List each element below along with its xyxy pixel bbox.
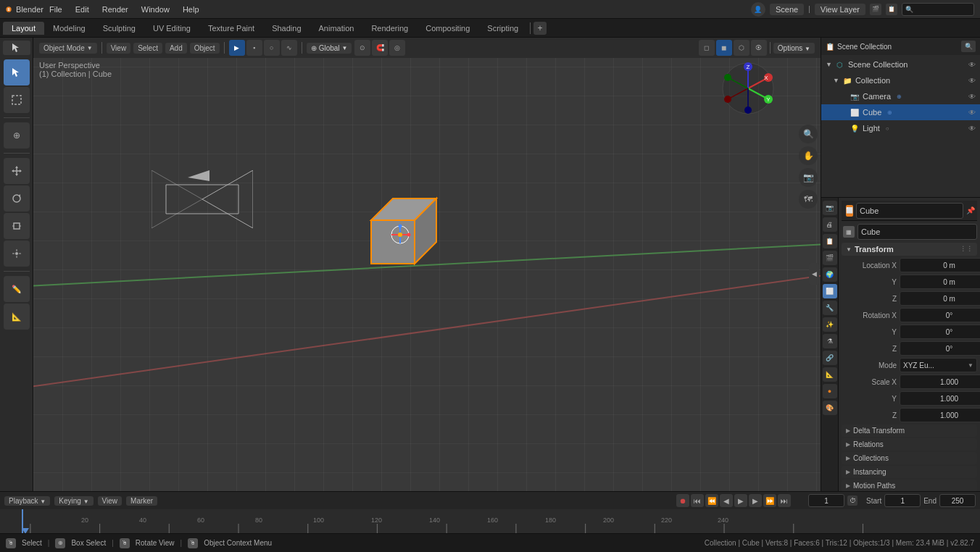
particles-props-btn[interactable]: ✨ bbox=[823, 317, 837, 332]
scale-z-input[interactable] bbox=[900, 408, 980, 422]
pan-btn[interactable]: ✋ bbox=[799, 146, 818, 165]
cube-object[interactable] bbox=[364, 184, 451, 271]
transform-tool-btn[interactable] bbox=[4, 241, 30, 267]
tab-texture-paint[interactable]: Texture Paint bbox=[199, 22, 263, 35]
user-icon[interactable]: 👤 bbox=[751, 2, 765, 17]
scale-tool-btn[interactable] bbox=[4, 213, 30, 239]
tab-layout[interactable]: Layout bbox=[3, 22, 44, 35]
location-x-input[interactable] bbox=[900, 258, 980, 272]
constraints-props-btn[interactable]: 🔗 bbox=[823, 351, 837, 365]
select-tool-btn[interactable] bbox=[4, 59, 30, 85]
right-panel-toggle[interactable]: ◀ bbox=[809, 263, 819, 285]
options-dropdown[interactable]: Options ▼ bbox=[773, 43, 815, 54]
extra-props-btn[interactable]: 🎨 bbox=[823, 401, 837, 415]
motion-paths-section[interactable]: ▶ Motion Paths bbox=[842, 480, 977, 492]
view-menu[interactable]: View bbox=[107, 43, 131, 54]
world-props-btn[interactable]: 🌍 bbox=[823, 267, 837, 282]
render-icon[interactable]: 🎬 bbox=[870, 4, 881, 15]
coll-eye[interactable]: 👁 bbox=[968, 77, 976, 85]
circle-icon-btn[interactable]: ○ bbox=[264, 40, 280, 56]
rendered-btn[interactable]: ⦿ bbox=[751, 40, 767, 56]
tab-scripting[interactable]: Scripting bbox=[478, 22, 527, 35]
jump-start-btn[interactable]: ⏮ bbox=[691, 494, 704, 507]
physics-props-btn[interactable]: ⚗ bbox=[823, 334, 837, 348]
current-frame-input[interactable] bbox=[808, 494, 844, 507]
output-props-btn[interactable]: 🖨 bbox=[823, 217, 837, 232]
camera-row[interactable]: ▶ 📷 Camera ⊕ 👁 bbox=[821, 88, 980, 104]
lasso-icon-btn[interactable]: ∿ bbox=[281, 40, 297, 56]
tab-modeling[interactable]: Modeling bbox=[44, 22, 94, 35]
pivot-btn[interactable]: ⊙ bbox=[354, 40, 370, 56]
frame-clock-icon[interactable]: ⏱ bbox=[847, 495, 858, 506]
object-props-btn[interactable]: ⬜ bbox=[823, 284, 837, 298]
rotation-x-input[interactable] bbox=[900, 308, 980, 322]
collections-section[interactable]: ▶ Collections bbox=[842, 452, 977, 464]
tab-uv-editing[interactable]: UV Editing bbox=[144, 22, 199, 35]
tab-animation[interactable]: Animation bbox=[310, 22, 363, 35]
playhead[interactable] bbox=[22, 509, 23, 534]
measure-btn[interactable]: 📐 bbox=[4, 304, 30, 330]
menu-edit[interactable]: Edit bbox=[70, 4, 95, 15]
cube-row[interactable]: ▶ ⬜ Cube ⊕ 👁 bbox=[821, 104, 980, 120]
select-icon-btn[interactable]: ▶ bbox=[229, 40, 245, 56]
search-bar[interactable]: 🔍 bbox=[902, 3, 974, 16]
timeline-ruler[interactable]: 20 40 60 80 100 120 140 160 180 200 220 … bbox=[0, 509, 980, 534]
material-props-btn[interactable]: ● bbox=[823, 384, 837, 398]
play-btn[interactable]: ▶ bbox=[734, 494, 747, 507]
rotate-tool-btn[interactable] bbox=[4, 185, 30, 212]
tab-sculpting[interactable]: Sculpting bbox=[94, 22, 144, 35]
menu-window[interactable]: Window bbox=[136, 4, 175, 15]
menu-help[interactable]: Help bbox=[177, 4, 205, 15]
snap-btn[interactable]: 🧲 bbox=[372, 40, 388, 56]
light-eye[interactable]: 👁 bbox=[968, 125, 976, 133]
menu-render[interactable]: Render bbox=[96, 4, 134, 15]
material-btn[interactable]: ⬡ bbox=[734, 40, 749, 56]
rotation-mode-dropdown[interactable]: XYZ Eu... ▼ bbox=[900, 358, 977, 372]
axis-gizmo[interactable]: X Y Z bbox=[719, 59, 777, 117]
modifier-props-btn[interactable]: 🔧 bbox=[823, 301, 837, 315]
transform-section[interactable]: ▼ Transform ⋮⋮ bbox=[842, 243, 977, 256]
next-frame-btn[interactable]: ⏩ bbox=[763, 494, 776, 507]
box-icon-btn[interactable]: ▪ bbox=[246, 40, 262, 56]
jump-end-btn[interactable]: ⏭ bbox=[778, 494, 791, 507]
render-props-btn[interactable]: 📷 bbox=[823, 201, 837, 215]
next-keyframe-btn[interactable]: ▶ bbox=[749, 494, 762, 507]
prev-keyframe-btn[interactable]: ◀ bbox=[720, 494, 733, 507]
tab-compositing[interactable]: Compositing bbox=[417, 22, 478, 35]
relations-section[interactable]: ▶ Relations bbox=[842, 438, 977, 451]
zoom-in-btn[interactable]: 🔍 bbox=[799, 125, 818, 143]
data-props-btn[interactable]: 📐 bbox=[823, 367, 837, 382]
outliner-search-btn[interactable]: 🔍 bbox=[961, 41, 976, 52]
local-view-btn[interactable]: 🗺 bbox=[799, 190, 818, 209]
proportional-btn[interactable]: ◎ bbox=[389, 40, 405, 56]
instancing-section[interactable]: ▶ Instancing bbox=[842, 466, 977, 478]
rotation-z-input[interactable] bbox=[900, 341, 980, 356]
layer-icon[interactable]: 📋 bbox=[886, 4, 897, 15]
annotate-btn[interactable]: ✏️ bbox=[4, 276, 30, 302]
collection-row[interactable]: ▼ 📁 Collection 👁 bbox=[821, 72, 980, 88]
solid-btn active[interactable]: ◼ bbox=[716, 40, 732, 56]
pin-icon[interactable]: 📌 bbox=[966, 205, 975, 217]
cube-eye[interactable]: 👁 bbox=[968, 109, 976, 117]
location-y-input[interactable] bbox=[900, 275, 980, 289]
camera-view-btn[interactable]: 📷 bbox=[799, 168, 818, 187]
menu-file[interactable]: File bbox=[43, 4, 68, 15]
object-mode-dropdown[interactable]: Object Mode ▼ bbox=[39, 43, 97, 54]
scale-x-input[interactable] bbox=[900, 375, 980, 389]
marker-menu[interactable]: Marker bbox=[126, 496, 157, 506]
record-btn[interactable]: ⏺ bbox=[676, 494, 689, 507]
object-name-input[interactable] bbox=[856, 203, 963, 219]
delta-transform-section[interactable]: ▶ Delta Transform bbox=[842, 425, 977, 437]
transform-space-dropdown[interactable]: ⊕ Global ▼ bbox=[307, 43, 352, 54]
select-menu[interactable]: Select bbox=[133, 43, 162, 54]
object-menu[interactable]: Object bbox=[190, 43, 220, 54]
data-name-input[interactable] bbox=[858, 224, 977, 240]
light-row[interactable]: ▶ 💡 Light ○ 👁 bbox=[821, 120, 980, 136]
start-frame-input[interactable] bbox=[884, 494, 921, 507]
add-menu[interactable]: Add bbox=[165, 43, 187, 54]
scene-props-btn[interactable]: 🎬 bbox=[823, 251, 837, 265]
tab-shading[interactable]: Shading bbox=[263, 22, 310, 35]
add-workspace-btn[interactable]: + bbox=[533, 22, 547, 35]
camera-eye[interactable]: 👁 bbox=[968, 93, 976, 101]
location-z-input[interactable] bbox=[900, 291, 980, 306]
